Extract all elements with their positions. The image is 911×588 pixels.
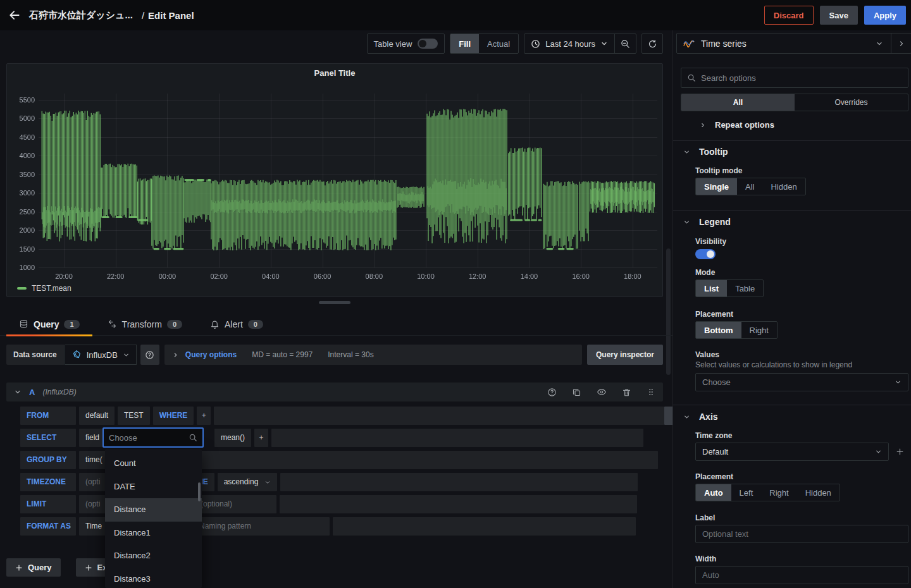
- query-inspector-button[interactable]: Query inspector: [587, 345, 663, 365]
- seg-option-hidden[interactable]: Hidden: [797, 484, 840, 501]
- panel-resize-handle[interactable]: [319, 301, 350, 304]
- select-keyword[interactable]: SELECT: [20, 429, 76, 447]
- dropdown-option[interactable]: Distance: [105, 498, 202, 522]
- seg-option-list[interactable]: List: [696, 280, 727, 297]
- from-keyword[interactable]: FROM: [20, 407, 76, 425]
- seg-option-right[interactable]: Right: [741, 322, 777, 338]
- axis-placement-control: AutoLeftRightHidden: [695, 484, 840, 501]
- seg-option-all[interactable]: All: [681, 94, 795, 111]
- axis-width-input[interactable]: [695, 566, 908, 584]
- time-range-picker[interactable]: Last 24 hours: [524, 34, 614, 53]
- options-search-input[interactable]: [701, 73, 902, 83]
- save-button[interactable]: Save: [820, 6, 858, 25]
- axis-timezone-add-button[interactable]: [896, 448, 904, 456]
- duplicate-query-button[interactable]: [572, 388, 581, 397]
- add-query-button[interactable]: Query: [6, 558, 61, 577]
- discard-button[interactable]: Discard: [764, 6, 814, 25]
- select-add-button[interactable]: +: [254, 429, 268, 447]
- dropdown-option[interactable]: DATE: [105, 475, 202, 499]
- axis-section-header[interactable]: Axis: [683, 412, 718, 422]
- order-direction-select[interactable]: ascending: [218, 473, 278, 491]
- field-select-input[interactable]: [102, 427, 204, 448]
- query-options-link[interactable]: Query options: [185, 350, 237, 359]
- legend-section-title: Legend: [699, 217, 731, 227]
- search-icon: [687, 73, 696, 82]
- datasource-picker[interactable]: InfluxDB: [65, 345, 137, 365]
- menu-scrollbar-thumb[interactable]: [198, 482, 201, 501]
- select-field-type[interactable]: field: [79, 429, 106, 447]
- query-row-header[interactable]: A (InfluxDB): [6, 383, 663, 401]
- seg-option-single[interactable]: Single: [696, 178, 737, 195]
- select-function[interactable]: mean(): [214, 429, 251, 447]
- tooltip-section-header[interactable]: Tooltip: [683, 147, 728, 157]
- seg-option-auto[interactable]: Auto: [696, 484, 731, 501]
- legend-section-header[interactable]: Legend: [683, 217, 731, 227]
- apply-button[interactable]: Apply: [864, 6, 906, 25]
- from-policy[interactable]: default: [79, 407, 115, 425]
- where-add-button[interactable]: +: [197, 407, 211, 425]
- help-circle-icon: [145, 350, 154, 360]
- seg-option-overrides[interactable]: Overrides: [795, 94, 908, 111]
- options-search[interactable]: [681, 68, 908, 88]
- vertical-scrollbar-thumb[interactable]: [666, 248, 671, 375]
- legend-values-select[interactable]: Choose: [695, 373, 908, 391]
- refresh-button[interactable]: [641, 34, 663, 54]
- seg-option-right[interactable]: Right: [761, 484, 796, 501]
- chevron-down-icon: [600, 40, 608, 47]
- seg-option-fill[interactable]: Fill: [450, 34, 479, 53]
- repeat-options-section[interactable]: Repeat options: [700, 120, 774, 130]
- group-by-keyword[interactable]: GROUP BY: [20, 451, 76, 469]
- dropdown-option[interactable]: Distance2: [105, 544, 202, 568]
- seg-option-all[interactable]: All: [737, 178, 762, 195]
- alias-input[interactable]: Naming pattern: [193, 517, 330, 536]
- dashboard-title[interactable]: 石狩市水位計ダッシュ...: [29, 9, 133, 21]
- dropdown-option[interactable]: Distance3: [105, 568, 202, 588]
- query-options-md: MD = auto = 2997: [252, 350, 313, 359]
- divider: [673, 210, 911, 211]
- legend-series-name: TEST.mean: [32, 284, 71, 293]
- from-measurement[interactable]: TEST: [118, 407, 150, 425]
- seg-option-bottom[interactable]: Bottom: [696, 322, 741, 338]
- field-search-input[interactable]: [109, 433, 189, 443]
- format-as-row-filler: [333, 517, 636, 536]
- tab-alert[interactable]: Alert 0: [210, 313, 263, 336]
- seg-option-actual[interactable]: Actual: [479, 34, 518, 53]
- seg-option-left[interactable]: Left: [731, 484, 762, 501]
- limit-keyword[interactable]: LIMIT: [20, 495, 76, 513]
- seg-option-hidden[interactable]: Hidden: [762, 178, 805, 195]
- time-series-viz-icon: [683, 39, 695, 48]
- table-view-toggle[interactable]: [418, 39, 438, 49]
- dropdown-option[interactable]: Distance1: [105, 522, 202, 545]
- visualization-picker[interactable]: Time series: [676, 33, 911, 54]
- axis-label-input[interactable]: [695, 525, 908, 543]
- query-help-button[interactable]: [547, 388, 557, 397]
- timezone-keyword[interactable]: TIMEZONE: [20, 473, 76, 491]
- chart-legend[interactable]: TEST.mean: [17, 284, 71, 293]
- legend-visibility-toggle[interactable]: [695, 249, 716, 259]
- axis-timezone-select[interactable]: Default: [695, 443, 889, 461]
- legend-values-label: Values: [695, 350, 719, 359]
- dropdown-option[interactable]: Count: [105, 452, 202, 475]
- drag-handle-icon[interactable]: [647, 387, 655, 397]
- format-as-keyword[interactable]: FORMAT AS: [20, 517, 76, 536]
- back-button[interactable]: [0, 0, 29, 30]
- axis-width-label: Width: [695, 554, 716, 563]
- seg-option-table[interactable]: Table: [727, 280, 763, 297]
- legend-mode-control: ListTable: [695, 279, 764, 297]
- tab-transform[interactable]: Transform 0: [108, 313, 182, 336]
- collapse-options-button[interactable]: [891, 34, 911, 53]
- slimit-value[interactable]: (optional): [194, 495, 276, 513]
- axis-label-label: Label: [695, 513, 715, 522]
- plus-icon: [15, 564, 23, 572]
- chevron-down-icon: [123, 352, 130, 358]
- search-icon: [189, 433, 197, 442]
- where-keyword[interactable]: WHERE: [153, 407, 194, 425]
- tab-query[interactable]: Query 1: [19, 313, 80, 336]
- zoom-out-button[interactable]: [614, 34, 636, 53]
- datasource-help-button[interactable]: [140, 345, 159, 365]
- time-series-chart[interactable]: [7, 64, 662, 284]
- delete-query-button[interactable]: [622, 388, 631, 397]
- order-direction-value: ascending: [224, 473, 259, 491]
- disable-query-button[interactable]: [597, 387, 607, 397]
- bell-icon: [210, 319, 220, 329]
